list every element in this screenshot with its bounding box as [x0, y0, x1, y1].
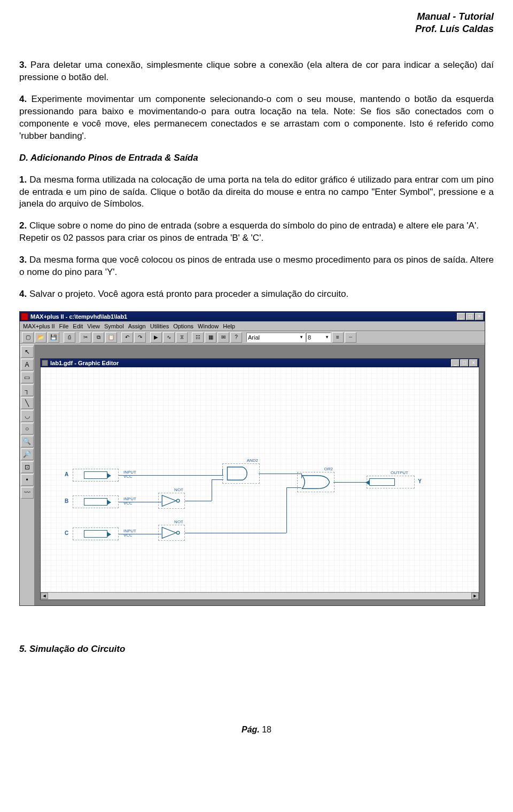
- tool-open-icon[interactable]: 📂: [35, 332, 46, 343]
- child-minimize-button[interactable]: _: [451, 359, 460, 367]
- scroll-left-icon[interactable]: ◄: [41, 593, 48, 599]
- menubar[interactable]: MAX+plus II File Edit View Symbol Assign…: [20, 321, 485, 331]
- menu-file[interactable]: File: [59, 323, 69, 329]
- gate-label: NOT: [174, 487, 183, 492]
- scroll-track[interactable]: [48, 593, 471, 600]
- tool-orthogonal-line-icon[interactable]: ┐: [21, 384, 34, 396]
- size-select-value: 8: [308, 334, 311, 341]
- section-5-heading: 5. Simulação do Circuito: [19, 643, 494, 656]
- and-gate[interactable]: AND2: [222, 463, 260, 484]
- tool-redo-icon[interactable]: ↷: [134, 332, 146, 343]
- section-d-title: D. Adicionando Pinos de Entrada & Saída: [19, 153, 198, 163]
- tool-undo-icon[interactable]: ↶: [121, 332, 133, 343]
- tool-zoomout-icon[interactable]: 🔎: [21, 448, 34, 460]
- wire[interactable]: [259, 474, 301, 474]
- pin-a-label: A: [65, 471, 68, 477]
- section-5-title: 5. Simulação do Circuito: [19, 644, 125, 654]
- tool-symbol-icon[interactable]: ▭: [21, 372, 34, 383]
- tool-timing-icon[interactable]: ⧖: [176, 332, 188, 343]
- tool-print-icon[interactable]: ⎙: [64, 332, 75, 343]
- footer-label: Pág.: [242, 725, 260, 734]
- wire[interactable]: [212, 479, 212, 501]
- input-pin-c[interactable]: C INPUTVCC: [73, 527, 119, 540]
- mdi-area: lab1.gdf - Graphic Editor _ □ × A: [35, 344, 485, 605]
- child-titlebar[interactable]: lab1.gdf - Graphic Editor _ □ ×: [41, 359, 479, 367]
- tool-help-icon[interactable]: ?: [230, 332, 242, 343]
- tool-simulate-icon[interactable]: ∿: [163, 332, 175, 343]
- horizontal-scrollbar[interactable]: ◄ ►: [41, 592, 479, 600]
- menu-view[interactable]: View: [87, 323, 100, 329]
- or-gate[interactable]: OR2: [297, 472, 335, 492]
- tool-save-icon[interactable]: 💾: [48, 332, 59, 343]
- child-icon: [42, 360, 48, 366]
- titlebar[interactable]: MAX+plus II - c:\tempvhd\lab1\lab1 _ □ ×: [20, 312, 485, 321]
- wire[interactable]: [119, 534, 161, 534]
- not-gate-2[interactable]: NOT: [158, 525, 185, 541]
- input-pin-a[interactable]: A INPUTVCC: [73, 469, 119, 482]
- wire[interactable]: [185, 501, 212, 501]
- gate-label: NOT: [174, 519, 183, 524]
- tool-text-icon[interactable]: A: [21, 359, 34, 370]
- tool-connectordot-icon[interactable]: •: [21, 474, 34, 486]
- tool-cut-icon[interactable]: ✂: [80, 332, 91, 343]
- window-title: MAX+plus II - c:\tempvhd\lab1\lab1: [30, 313, 457, 320]
- menu-symbol[interactable]: Symbol: [104, 323, 124, 329]
- tool-messages-icon[interactable]: ✉: [217, 332, 229, 343]
- output-pin-y[interactable]: OUTPUT Y: [367, 476, 415, 488]
- tool-circle-icon[interactable]: ○: [21, 423, 34, 435]
- menu-options[interactable]: Options: [173, 323, 193, 329]
- minimize-button[interactable]: _: [457, 313, 465, 320]
- tool-paste-icon[interactable]: 📋: [105, 332, 117, 343]
- wire[interactable]: [119, 502, 161, 502]
- wire[interactable]: [185, 533, 286, 533]
- tool-new-icon[interactable]: ▢: [22, 332, 34, 343]
- wire[interactable]: [222, 469, 223, 475]
- wire[interactable]: [212, 479, 223, 480]
- input-pin-b[interactable]: B INPUTVCC: [73, 495, 119, 508]
- para-d2-num: 2.: [19, 220, 27, 231]
- tool-pointer-icon[interactable]: ↖: [21, 346, 34, 358]
- scroll-right-icon[interactable]: ►: [471, 593, 479, 599]
- wire[interactable]: [286, 487, 287, 533]
- tool-linestyle-icon[interactable]: ┄: [345, 332, 356, 343]
- tool-rubberband-icon[interactable]: 〰: [21, 487, 34, 499]
- work-area: ↖ A ▭ ┐ ╲ ◡ ○ 🔍 🔎 ⊡ • 〰: [20, 344, 485, 605]
- tool-linewidth-icon[interactable]: ≡: [332, 332, 344, 343]
- pin-shape-icon: [84, 471, 107, 479]
- para-d1-num: 1.: [19, 175, 27, 185]
- menu-window[interactable]: Window: [198, 323, 219, 329]
- para-d1-text: Da mesma forma utilizada na colocação de…: [19, 175, 494, 209]
- wire[interactable]: [301, 474, 302, 478]
- close-button[interactable]: ×: [475, 313, 484, 320]
- tool-diagonal-line-icon[interactable]: ╲: [21, 397, 34, 409]
- wire[interactable]: [119, 475, 223, 476]
- size-select[interactable]: 8▼: [306, 333, 331, 342]
- header-line-1: Manual - Tutorial: [19, 11, 494, 23]
- tool-arc-icon[interactable]: ◡: [21, 410, 34, 422]
- dropdown-arrow-icon: ▼: [325, 335, 329, 340]
- menu-maxplus[interactable]: MAX+plus II: [23, 323, 55, 329]
- child-close-button[interactable]: ×: [469, 359, 478, 367]
- pin-input-tag: INPUTVCC: [123, 470, 136, 479]
- svg-marker-0: [162, 495, 176, 507]
- app-icon: [21, 313, 28, 320]
- not-gate-1[interactable]: NOT: [158, 493, 185, 509]
- wire[interactable]: [286, 487, 301, 488]
- gate-label: OR2: [324, 467, 333, 471]
- menu-utilities[interactable]: Utilities: [150, 323, 169, 329]
- child-maximize-button[interactable]: □: [460, 359, 469, 367]
- menu-assign[interactable]: Assign: [128, 323, 146, 329]
- font-select-value: Arial: [248, 334, 260, 341]
- maximize-button[interactable]: □: [466, 313, 475, 320]
- wire[interactable]: [333, 482, 368, 483]
- tool-floorplan-icon[interactable]: ▦: [205, 332, 216, 343]
- menu-help[interactable]: Help: [223, 323, 235, 329]
- menu-edit[interactable]: Edit: [73, 323, 83, 329]
- tool-zoomfit-icon[interactable]: ⊡: [21, 461, 34, 473]
- tool-hierarchy-icon[interactable]: ☷: [192, 332, 204, 343]
- schematic-canvas[interactable]: A INPUTVCC B INPUTVCC C: [41, 367, 479, 592]
- tool-copy-icon[interactable]: ⧉: [92, 332, 104, 343]
- font-select[interactable]: Arial▼: [246, 333, 305, 342]
- tool-zoomin-icon[interactable]: 🔍: [21, 436, 34, 447]
- tool-compile-icon[interactable]: ▶: [150, 332, 162, 343]
